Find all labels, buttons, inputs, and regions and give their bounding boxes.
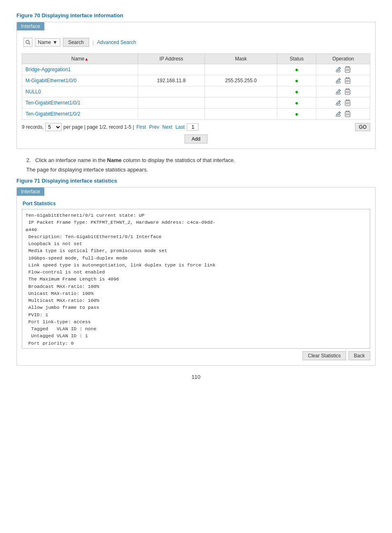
edit-icon[interactable] <box>335 66 342 73</box>
col-ip: IP Address <box>138 54 205 64</box>
status-icon: ● <box>295 100 298 106</box>
status-icon: ● <box>295 111 298 117</box>
edit-icon[interactable] <box>335 110 342 118</box>
col-status: Status <box>277 54 316 64</box>
row-name-cell: Ten-GigabitEthernet1/0/1 <box>22 97 138 109</box>
go-button[interactable]: GO <box>355 123 370 131</box>
stats-display: Ten-GigabitEthernet1/0/1 current state: … <box>22 209 370 349</box>
figure71-panel: Interface Port Statistics Ten-GigabitEth… <box>16 187 376 366</box>
search-bar: Name ▼ Search | Advanced Search <box>22 35 370 49</box>
interface-name-link[interactable]: Bridge-Aggregation1 <box>25 67 71 72</box>
delete-icon[interactable] <box>344 66 351 73</box>
delete-icon[interactable] <box>344 99 351 107</box>
step-text2: column to display the statistics of that… <box>123 157 235 163</box>
edit-icon[interactable] <box>335 77 342 84</box>
svg-point-0 <box>26 40 29 44</box>
step2-text: 2. Click an interface name in the Name c… <box>26 157 376 163</box>
figure71-section: Figure 71 Displaying interface statistic… <box>16 178 376 366</box>
row-ops-cell <box>316 64 370 75</box>
row-ip-cell <box>138 97 205 109</box>
page-input[interactable] <box>187 123 198 131</box>
step-number: 2. <box>26 157 31 163</box>
search-dropdown[interactable]: Name ▼ <box>35 38 60 46</box>
interface-name-link[interactable]: NULL0 <box>25 89 41 95</box>
op-icons <box>320 99 367 107</box>
add-button[interactable]: Add <box>184 134 207 144</box>
op-icons <box>320 77 367 84</box>
row-status-cell: ● <box>277 97 316 109</box>
row-name-cell: NULL0 <box>22 86 138 97</box>
stats-footer: Clear Statistics Back <box>22 351 370 360</box>
delete-icon[interactable] <box>344 77 351 84</box>
prev-page[interactable]: Prev <box>149 124 159 130</box>
status-icon: ● <box>295 88 298 95</box>
row-status-cell: ● <box>277 64 316 75</box>
figure71-content: Port Statistics Ten-GigabitEthernet1/0/1… <box>17 196 375 365</box>
row-mask-cell: 255.255.255.0 <box>205 75 277 86</box>
op-icons <box>320 66 367 73</box>
figure70-title: Figure 70 Displaying interface informati… <box>16 12 376 19</box>
table-row: M-GigabitEthernet1/0/0192.168.11.8255.25… <box>22 75 370 86</box>
delete-icon[interactable] <box>344 110 351 118</box>
back-button[interactable]: Back <box>348 351 370 360</box>
dropdown-arrow: ▼ <box>53 39 58 45</box>
figure70-section: Figure 70 Displaying interface informati… <box>16 12 376 149</box>
per-page-suffix: per page | page 1/2, record 1-5 | <box>63 124 134 130</box>
clear-statistics-button[interactable]: Clear Statistics <box>302 351 346 360</box>
first-page[interactable]: First <box>136 124 146 130</box>
figure71-title: Figure 71 Displaying interface statistic… <box>16 178 376 184</box>
pagination-bar: 9 records, 5 10 20 per page | page 1/2, … <box>22 123 370 131</box>
figure70-content: Name ▼ Search | Advanced Search Name▲ IP… <box>17 30 375 148</box>
figure70-panel: Interface Name ▼ Search | Advanced Searc… <box>16 22 376 149</box>
table-row: NULL0● <box>22 86 370 97</box>
row-mask-cell <box>205 64 277 75</box>
col-mask: Mask <box>205 54 277 64</box>
dropdown-label: Name <box>38 39 51 45</box>
row-status-cell: ● <box>277 109 316 120</box>
edit-icon[interactable] <box>335 99 342 107</box>
interface-name-link[interactable]: Ten-GigabitEthernet1/0/2 <box>25 111 80 117</box>
next-page[interactable]: Next <box>162 124 173 130</box>
step-text1: Click an interface name in the <box>35 157 106 163</box>
row-mask-cell <box>205 109 277 120</box>
row-ops-cell <box>316 97 370 109</box>
figure70-tab: Interface <box>17 22 44 30</box>
row-ops-cell <box>316 86 370 97</box>
op-icons <box>320 88 367 95</box>
step2-sub: The page for displaying interface statis… <box>26 167 376 173</box>
row-ip-cell <box>138 86 205 97</box>
advanced-search-link[interactable]: Advanced Search <box>97 39 136 45</box>
table-row: Bridge-Aggregation1● <box>22 64 370 75</box>
port-stats-label: Port Statistics <box>22 201 370 206</box>
row-status-cell: ● <box>277 75 316 86</box>
table-row: Ten-GigabitEthernet1/0/1● <box>22 97 370 109</box>
row-name-cell: Ten-GigabitEthernet1/0/2 <box>22 109 138 120</box>
search-button[interactable]: Search <box>63 38 89 47</box>
row-mask-cell <box>205 97 277 109</box>
row-name-cell: M-GigabitEthernet1/0/0 <box>22 75 138 86</box>
row-ops-cell <box>316 109 370 120</box>
status-icon: ● <box>295 66 298 73</box>
last-page[interactable]: Last <box>175 124 185 130</box>
figure71-tab: Interface <box>17 188 44 196</box>
col-operation: Operation <box>316 54 370 64</box>
pagination-left: 9 records, 5 10 20 per page | page 1/2, … <box>22 123 198 131</box>
row-name-cell: Bridge-Aggregation1 <box>22 64 138 75</box>
row-ops-cell <box>316 75 370 86</box>
edit-icon[interactable] <box>335 88 342 95</box>
page-number: 110 <box>16 374 376 380</box>
per-page-select[interactable]: 5 10 20 <box>45 123 62 131</box>
search-icon <box>23 38 32 47</box>
row-mask-cell <box>205 86 277 97</box>
col-name[interactable]: Name▲ <box>22 54 138 64</box>
delete-icon[interactable] <box>344 88 351 95</box>
row-status-cell: ● <box>277 86 316 97</box>
interface-name-link[interactable]: Ten-GigabitEthernet1/0/1 <box>25 100 80 106</box>
page-links: First Prev Next Last <box>136 124 185 130</box>
row-ip-cell <box>138 109 205 120</box>
interface-name-link[interactable]: M-GigabitEthernet1/0/0 <box>25 78 76 83</box>
records-text: 9 records, <box>22 124 44 130</box>
status-icon: ● <box>295 77 298 84</box>
step-bold: Name <box>107 157 122 163</box>
row-ip-cell <box>138 64 205 75</box>
